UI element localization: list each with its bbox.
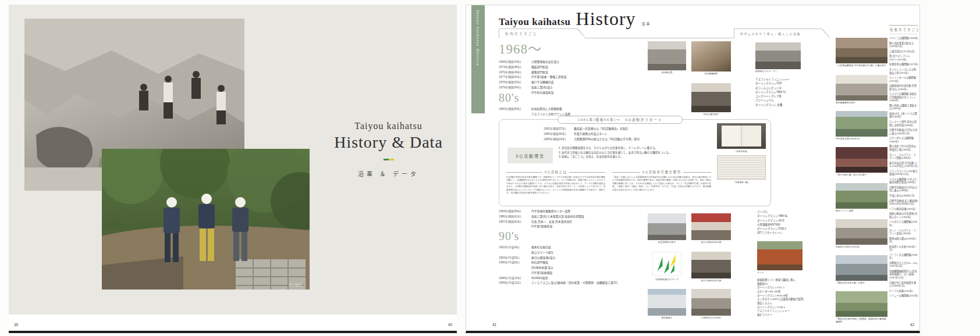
timeline-text: 建築部門新設 [531,71,548,74]
site-photo-5: 砕石プラント遠景 [836,183,887,213]
society-events-panel: 社会のできごと メキシコ五輪開催(1968年)関川改修事業が始まる(1969年3… [889,25,918,326]
equipment-item: 大型運搬車MST600 [757,223,832,227]
tab-equipment-label: 時代に合わせて導入・購入した設備 [734,28,830,38]
site-photo-5-image [836,183,887,209]
site-photo-5-caption: 砕石プラント遠景 [836,210,887,213]
equipment-item: ワープロ [757,210,832,214]
site-photo-7-image [836,255,887,281]
photo-22nd-anniversary [691,213,731,240]
timeline-text: 円平第3倉庫増設 [531,271,552,275]
timeline-text: 東行平実験棟完成 [531,81,553,84]
timeline-year: 1999年(平成11年) [499,281,531,285]
timeline-text: 舗装部門新設 [531,66,548,69]
society-event-item: 新潟県7.11水害(1995年7月) [889,245,918,252]
society-event-item: 日経平均株価 史上最高値3万8915円(1989年12月) [889,199,918,206]
timeline-year [499,113,531,116]
timeline-row: 1993年(平成5年) 春日山建設(株)設立 [499,256,644,260]
sq-column-handbook-heading: SQ活動手引書の発刊 [612,170,711,174]
timeline-text: 春日山建設(株)設立 [531,256,556,260]
timeline-text: 円平第2倉庫新設 [531,225,552,228]
timeline-year [499,271,531,275]
right-page: Taiyou kaihatsu History Taiyou kaihatsu … [466,5,920,333]
timeline-entries-1968: 1968年(昭和43年) 大陽開発株式会社設立 1973年(昭和48年) 舗装部… [499,60,609,95]
site-photo-2-image [836,75,887,101]
page-header: Taiyou kaihatsu History 沿革 [499,8,651,30]
timeline-row: 円平第2倉庫新設 [499,225,615,228]
society-event-item: ガット・ウルグアイ・ラウンド開始(1986年) [889,153,918,160]
sq-documents: 「作業手順書」 「作業標準一覧」 [717,123,766,186]
sq-principle: 2. 末代まで評価される確実な自信のもてる仕事を通じて、安全で明るい働ける職場を… [559,151,715,155]
sq-principles-label: SQ活動理念 [507,148,553,163]
photo-founding-bulldozer-caption: 創業時のブルドーザー [755,70,808,73]
sq-column-about-heading: SQ活動とは [506,170,605,174]
timeline-year: 1996年(平成8年) [499,261,531,264]
society-event-item: 金融機関破綻相次ぐ(北海道拓殖銀行・山一證券)(1997年11月) [889,270,918,279]
society-event-item: 第2次ベビーブーム(1971〜1974年) [889,55,918,61]
standards-sheet-photo [717,155,766,180]
timeline-text: ISO9001取得 [531,277,548,280]
header-title-small: Taiyou kaihatsu [499,16,571,28]
site-photo-1: 「上信越自動車道 円平地区第2次工事」工事の様子 [836,38,887,67]
timeline-entries-90s: 1992年(平成4年) 現本社社屋完成 新ロゴマーク誕生 1993年(平成5年)… [499,246,644,285]
color-photo-caption: 砕石現場にて [289,283,307,287]
equipment-item: 塩ビライナー [757,313,832,317]
society-event-item: 国家公務員の完全週休2日制スタート(1992年) [889,212,918,219]
timeline-row: 1976年(昭和49年) 建築部門新設 [499,71,609,74]
society-event-item: ブラックマンデー/NY株大暴落(1987年10月) [889,170,918,176]
sq-column-about-title: SQ活動とは [545,170,567,174]
timeline-row: 1968年(昭和43年) 大陽開発株式会社設立 [499,60,609,64]
site-photo-7: 「国道18号改良工事」の様子 [836,255,887,285]
company-logo-caption: 大陽開発(株)ロゴマーク [645,278,688,281]
accent-dash [384,159,394,160]
sq-column-about-text: SQ活動の目的は安全作業の確保です。創業時のトップからの安全第一の指示だけでは社… [506,176,605,195]
timeline-text: 亀田富一氏指導の元「SQ活動理念」を制定 [574,127,628,131]
timeline-text: さくらアスコン設立(東木組・田中産業・大陽開発・高橋建設工業JV) [531,281,617,285]
timeline-text: 現本社社屋完成 [531,246,551,249]
era-heading-90s: 90's [499,230,644,243]
society-event-item: 関川改修事業が始まる(1969年3月) [889,42,918,48]
society-event-item: 札幌冬季五輪開催(1972年) [889,63,918,66]
brochure-spread: { "colors": { "accent_sage": "#8ca188", … [0,0,980,336]
timeline-year: 1986年(昭和61年) [499,215,531,219]
photo-new-year-party-caption: 合同新年会(1999年) [691,317,731,320]
timeline-row: 1977年(昭和52年) 円平第1倉庫・整備工場新設 [499,76,609,79]
society-event-item: バブル経済崩壊(1991年) [889,208,918,210]
left-title-small: Taiyou kaihatsu [326,121,451,131]
timeline-row: 1998年(平成10年) ISO9001取得 [499,277,644,280]
timeline-year [499,266,531,270]
sq-timeline-entries: 1982年(昭和57年) 亀田富一氏指導の元「SQ活動理念」を制定 1985年(… [544,127,718,142]
society-event-item: モスクワ五輪開催 米国など西側諸国がボイコット(1980年) [889,92,918,102]
timeline-year: 1992年(平成4年) [499,246,531,249]
work-manual-photo [717,123,766,149]
timeline-year: 1968年(昭和43年) [499,60,531,64]
company-logo [652,252,681,276]
header-title-japanese: 沿革 [642,21,651,26]
timeline-year: 1983年(昭和58年) [499,210,531,213]
timeline-year: 1978年(昭和53年) [499,81,531,84]
timeline-row: 円平第3倉庫増設 [499,271,644,275]
society-event-item: 消費税引き上げ(3%→5%)(1997年4月) [889,262,918,268]
equipment-item: 原価管理ソフト 地域で最初に導入 [757,278,832,283]
equipment-item: ボーリングマシンTOM-3 [757,306,832,310]
site-photo-2: 新社屋事務所の様子 [836,75,887,105]
society-event-item: 国道18号 上新バイパス開通(1983年) [889,112,918,119]
left-title-block: Taiyou kaihatsu History & Data 沿革 ＆ データ [326,121,451,178]
left-title-japanese: 沿革 ＆ データ [326,169,451,178]
timeline-row: 1982年(昭和57年) 亀田富一氏指導の元「SQ活動理念」を制定 [544,127,718,131]
site-photo-2-caption: 新社屋事務所の様子 [836,102,887,105]
equipment-item: アスファルトフィニッシャー [755,77,830,81]
timeline-year: 1977年(昭和52年) [499,76,531,79]
sq-principle: 3. 技術に『まごころ』を添え、社会的使命を果たす。 [559,155,715,159]
equipment-item: コンクリートポンプ車 [755,94,830,98]
photo-orange-bulldozer [757,241,803,270]
timeline-text: 砕石部門増設 [531,261,548,264]
era-heading-1968: 1968〜 [499,38,609,58]
sq-banner: 1981年(昭和56年)〜 SQ活動がスタート [558,116,683,124]
photo-company-meeting-caption: 社内会議の様子 [691,113,731,116]
society-event-item: 自動車国内生産台数 世界第1位に(1980年) [889,84,918,91]
site-photo-4: 「関川改修工事」竣工式の様子 [836,147,887,177]
timeline-row: 1987年(昭和62年) 社長 荒木一、会長 荒木清美就任 [499,220,615,224]
sq-columns: SQ活動とは SQ活動の目的は安全作業の確保です。創業時のトップからの安全第一の… [506,170,711,203]
site-photo-6-caption: 社員旅行の様子(1995年) [836,246,887,249]
page-number-39: 39 [14,323,18,327]
